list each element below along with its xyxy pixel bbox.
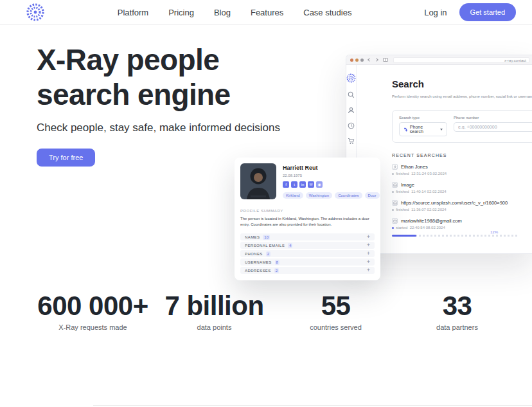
search-type-label: Search type bbox=[399, 116, 447, 120]
cart-icon bbox=[348, 138, 355, 145]
expand-plus-icon[interactable]: + bbox=[367, 242, 370, 248]
app-logo-icon bbox=[346, 73, 356, 83]
status-dot bbox=[392, 191, 394, 193]
tag-chip: Door bbox=[365, 192, 380, 199]
stat-label: X-Ray requests made bbox=[32, 323, 154, 331]
chevron-down-icon bbox=[440, 129, 443, 131]
stat-value: 600 000+ bbox=[32, 291, 154, 321]
stat-countries: 55 countries served bbox=[275, 291, 396, 331]
browser-chrome-bar: x-ray.contact bbox=[346, 55, 532, 65]
section-label: NAMES bbox=[245, 235, 260, 239]
section-row-names[interactable]: NAMES 10 + bbox=[240, 233, 375, 240]
status-dot bbox=[392, 173, 394, 175]
recent-search-item[interactable]: mariawhite1988@gmail.com started 22:40:5… bbox=[392, 218, 532, 230]
stat-label: data partners bbox=[396, 323, 518, 331]
stat-requests: 600 000+ X-Ray requests made bbox=[32, 291, 154, 331]
linkedin-icon[interactable]: in bbox=[299, 181, 306, 188]
count-badge: 10 bbox=[263, 235, 270, 240]
progress-fill bbox=[392, 235, 416, 237]
back-arrow-icon bbox=[368, 58, 371, 62]
profile-name: Harriett Reut bbox=[283, 165, 380, 171]
stats-section: 600 000+ X-Ray requests made 7 billion d… bbox=[32, 291, 518, 331]
instagram-icon[interactable]: ◉ bbox=[316, 181, 323, 188]
clock-icon bbox=[348, 122, 355, 129]
profile-summary-text: The person is located in Kirkland, Washi… bbox=[240, 216, 375, 228]
recent-item-title: Ethan Jones bbox=[401, 164, 428, 170]
person-icon bbox=[392, 164, 398, 170]
top-navigation-bar: Platform Pricing Blog Features Case stud… bbox=[0, 0, 532, 25]
hero-subtitle: Check people, stay safe, make informed d… bbox=[37, 122, 280, 134]
sidebar-toggle-icon bbox=[383, 58, 388, 62]
expand-plus-icon[interactable]: + bbox=[367, 251, 370, 257]
nav-item-blog[interactable]: Blog bbox=[214, 8, 231, 17]
recent-item-status: finished 11:36:07 02.02.2024 bbox=[396, 208, 447, 212]
window-minimize-dot bbox=[355, 59, 359, 62]
image-icon bbox=[392, 182, 398, 188]
stat-label: data points bbox=[154, 323, 275, 331]
section-label: USERNAMES bbox=[245, 260, 272, 264]
recent-item-title: https://source.unsplash.com/user/c_v_r/1… bbox=[401, 200, 508, 206]
phone-number-label: Phone number bbox=[454, 116, 532, 120]
count-badge: 4 bbox=[288, 243, 292, 248]
brand-logo-icon[interactable] bbox=[26, 3, 45, 22]
recent-item-status: started 22:40:54 08.02.2024 bbox=[396, 226, 445, 230]
nav-item-features[interactable]: Features bbox=[251, 8, 283, 17]
try-for-free-button[interactable]: Try for free bbox=[37, 149, 95, 167]
search-page-description: Perform identity search using email addr… bbox=[392, 95, 532, 98]
expand-plus-icon[interactable]: + bbox=[367, 234, 370, 240]
recent-search-item[interactable]: Image finished 11:40:14 02.02.2024 bbox=[392, 182, 532, 194]
nav-item-pricing[interactable]: Pricing bbox=[168, 8, 194, 17]
profile-tags: Kirkland Washington Coordinates Door bbox=[283, 192, 380, 199]
search-page-title: Search bbox=[392, 78, 532, 89]
search-icon bbox=[348, 91, 355, 98]
stat-data-points: 7 billion data points bbox=[154, 291, 275, 331]
recent-searches-heading: RECENT SEARCHES bbox=[392, 153, 532, 158]
stat-partners: 33 data partners bbox=[396, 291, 518, 331]
section-label: PHONES bbox=[245, 252, 263, 256]
section-label: PERSONAL EMAILS bbox=[245, 244, 285, 248]
profile-result-card: Harriett Reut 22.08.1975 f t in ✉ ◉ Kirk… bbox=[235, 158, 380, 280]
expand-plus-icon[interactable]: + bbox=[367, 259, 370, 265]
phone-number-field: Phone number bbox=[454, 116, 532, 136]
section-row-addresses[interactable]: ADDRESSES 2 + bbox=[240, 267, 375, 274]
phone-number-input[interactable] bbox=[454, 122, 532, 132]
login-link[interactable]: Log in bbox=[424, 8, 447, 17]
get-started-button[interactable]: Get started bbox=[459, 3, 516, 21]
section-row-personal-emails[interactable]: PERSONAL EMAILS 4 + bbox=[240, 242, 375, 249]
recent-item-status: finished 11:40:14 02.02.2024 bbox=[396, 190, 447, 194]
nav-item-case-studies[interactable]: Case studies bbox=[303, 8, 351, 17]
recent-item-title: Image bbox=[401, 182, 414, 188]
forward-arrow-icon bbox=[375, 58, 378, 62]
stat-value: 7 billion bbox=[154, 291, 275, 321]
recent-item-status: finished 12:31:24 03.02.2024 bbox=[396, 172, 447, 176]
search-type-select[interactable]: Phone search bbox=[399, 122, 447, 136]
social-links: f t in ✉ ◉ bbox=[283, 181, 380, 188]
facebook-icon[interactable]: f bbox=[283, 181, 289, 188]
image-icon bbox=[392, 200, 398, 206]
email-icon[interactable]: ✉ bbox=[308, 181, 314, 188]
phone-icon bbox=[403, 127, 408, 132]
nav-item-platform[interactable]: Platform bbox=[118, 8, 148, 17]
profile-summary-heading: PROFILE SUMMARY bbox=[240, 209, 375, 213]
status-dot bbox=[392, 227, 394, 229]
section-divider bbox=[93, 405, 532, 406]
recent-search-item[interactable]: Ethan Jones finished 12:31:24 03.02.2024 bbox=[392, 164, 532, 176]
profile-sections: NAMES 10 + PERSONAL EMAILS 4 + PHONES 2 … bbox=[240, 233, 375, 274]
recent-search-item[interactable]: https://source.unsplash.com/user/c_v_r/1… bbox=[392, 200, 532, 212]
section-row-phones[interactable]: PHONES 2 + bbox=[240, 250, 375, 257]
tag-chip: Kirkland bbox=[283, 192, 303, 199]
window-close-dot bbox=[350, 59, 353, 62]
hero-section: X-Ray peoplesearch engine Check people, … bbox=[37, 42, 280, 167]
stat-value: 33 bbox=[396, 291, 518, 321]
section-row-usernames[interactable]: USERNAMES 8 + bbox=[240, 258, 375, 266]
search-type-value: Phone search bbox=[410, 125, 437, 134]
profile-dob: 22.08.1975 bbox=[283, 174, 380, 177]
address-bar: x-ray.contact bbox=[393, 57, 529, 63]
window-maximize-dot bbox=[360, 59, 364, 62]
page-title: X-Ray peoplesearch engine bbox=[37, 42, 280, 112]
expand-plus-icon[interactable]: + bbox=[367, 267, 370, 273]
recent-item-title: mariawhite1988@gmail.com bbox=[401, 218, 462, 224]
status-dot bbox=[392, 209, 394, 211]
twitter-icon[interactable]: t bbox=[291, 181, 297, 188]
landing-page: Platform Pricing Blog Features Case stud… bbox=[0, 0, 532, 407]
